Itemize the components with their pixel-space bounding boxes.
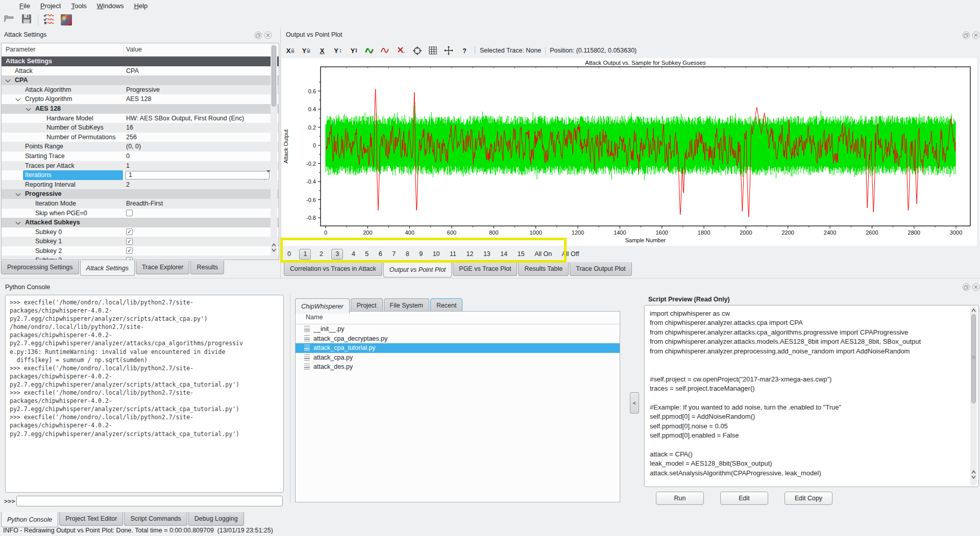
- param-row-hardware-model[interactable]: Hardware ModelHW: AES SBox Output, First…: [2, 114, 279, 123]
- checkbox-checked[interactable]: ✓: [126, 238, 133, 245]
- y-manual-icon[interactable]: YI: [348, 45, 359, 56]
- crosshair-icon[interactable]: [411, 45, 423, 56]
- tab-chipwhisperer[interactable]: ChipWhisperer: [295, 298, 350, 314]
- tab-file-system[interactable]: File System: [384, 298, 429, 312]
- dock-splitter-horizontal[interactable]: [0, 278, 980, 278]
- subkey-button-0[interactable]: 0: [286, 250, 292, 258]
- trace-manager-button[interactable]: [43, 13, 56, 27]
- expander-chevron-icon[interactable]: [26, 106, 31, 111]
- file-attack-cpa-py[interactable]: attack_cpa.py: [296, 353, 620, 363]
- x-full-range-icon[interactable]: X: [316, 45, 328, 56]
- param-row-skip-when-pge-0[interactable]: Skip when PGE=0: [2, 209, 279, 218]
- subkey-button-8[interactable]: 8: [404, 250, 411, 258]
- tab-results-table[interactable]: Results Table: [518, 262, 569, 276]
- y-fit-icon[interactable]: Y↕: [332, 45, 344, 56]
- param-row-starting-trace[interactable]: Starting Trace0: [2, 151, 279, 161]
- file-init-py[interactable]: __init__.py: [296, 324, 620, 334]
- param-row-crypto-algorithm[interactable]: Crypto AlgorithmAES 128: [2, 94, 279, 104]
- scroll-up-icon[interactable]: [971, 470, 976, 474]
- tab-output-vs-point-plot[interactable]: Output vs Point Plot: [383, 262, 452, 277]
- script-scroll-up[interactable]: [971, 309, 976, 312]
- param-row-traces-per-attack[interactable]: Traces per Attack1: [2, 161, 279, 171]
- param-row-reporting-interval[interactable]: Reporting Interval2: [2, 180, 279, 190]
- menu-help[interactable]: Help: [129, 1, 153, 11]
- tab-python-console[interactable]: Python Console: [1, 512, 58, 527]
- subkey-button-4[interactable]: 4: [350, 250, 357, 258]
- subkey-button-7[interactable]: 7: [390, 250, 397, 258]
- column-separator[interactable]: [124, 45, 124, 55]
- subkey-button-5[interactable]: 5: [363, 250, 370, 258]
- subkey-button-3[interactable]: 3: [331, 249, 343, 260]
- float-dock-icon[interactable]: [254, 31, 262, 39]
- expander-chevron-icon[interactable]: [16, 96, 21, 101]
- menu-windows[interactable]: Windows: [92, 1, 129, 11]
- param-scrollbar-thumb[interactable]: [272, 45, 276, 107]
- param-row-aes-128[interactable]: AES 128: [2, 104, 279, 114]
- expander-chevron-icon[interactable]: [16, 191, 21, 196]
- subkey-button-1[interactable]: 1: [299, 249, 311, 260]
- hide-traces-icon[interactable]: [380, 45, 391, 56]
- param-row-subkey-3[interactable]: Subkey 3✓: [2, 256, 279, 260]
- help-icon[interactable]: ?: [459, 45, 470, 56]
- clear-traces-icon[interactable]: [396, 45, 407, 56]
- close-dock-icon[interactable]: [971, 31, 980, 39]
- tab-trace-output-plot[interactable]: Trace Output Plot: [570, 262, 632, 276]
- python-console-output[interactable]: >>> execfile('/home/ondro/.local/lib/pyt…: [5, 295, 284, 493]
- param-row-subkey-2[interactable]: Subkey 2✓: [2, 246, 279, 256]
- tab-results[interactable]: Results: [190, 261, 224, 274]
- chipwhisperer-logo-button[interactable]: [60, 13, 73, 27]
- param-row-progressive[interactable]: Progressive: [2, 189, 279, 199]
- save-project-button[interactable]: [20, 13, 33, 27]
- file-attack-des-py[interactable]: attack_des.py: [296, 362, 620, 372]
- param-row-subkey-0[interactable]: Subkey 0✓: [2, 227, 279, 237]
- spin-down-icon[interactable]: [266, 170, 271, 180]
- scroll-up-icon[interactable]: [272, 243, 276, 247]
- file-attack-cpa-tutorial-py[interactable]: attack_cpa_tutorial.py: [296, 343, 620, 353]
- subkey-button-all-off[interactable]: All Off: [560, 250, 581, 258]
- script-preview[interactable]: import chipwhisperer as cwfrom chipwhisp…: [644, 305, 979, 487]
- subkey-button-12[interactable]: 12: [465, 250, 475, 258]
- menu-file[interactable]: File: [14, 1, 35, 11]
- expander-chevron-icon[interactable]: [6, 78, 11, 83]
- param-row-iterations[interactable]: Iterations1: [2, 170, 279, 180]
- param-row-attacked-subkeys[interactable]: Attacked Subkeys: [2, 218, 279, 227]
- scroll-down-icon[interactable]: [272, 248, 276, 252]
- edit-copy-button[interactable]: Edit Copy: [785, 492, 832, 505]
- scroll-up-icon[interactable]: [971, 309, 976, 312]
- collapse-panel-button[interactable]: <: [630, 392, 639, 414]
- param-row-attack-algorithm[interactable]: Attack AlgorithmProgressive: [2, 85, 279, 95]
- tab-attack-settings[interactable]: Attack Settings: [80, 261, 135, 276]
- tab-correlation-vs-traces-in-attack[interactable]: Correlation vs Traces in Attack: [284, 262, 382, 276]
- pan-icon[interactable]: [443, 45, 454, 56]
- script-scroll-arrows[interactable]: [971, 470, 976, 479]
- checkbox-unchecked[interactable]: [126, 210, 133, 216]
- subkey-button-11[interactable]: 11: [448, 250, 458, 258]
- param-row-number-of-subkeys[interactable]: Number of SubKeys16: [2, 123, 279, 133]
- checkbox-checked[interactable]: ✓: [126, 257, 133, 260]
- grid-icon[interactable]: [427, 45, 438, 56]
- tab-project-text-editor[interactable]: Project Text Editor: [59, 512, 123, 526]
- show-traces-icon[interactable]: [364, 45, 375, 56]
- param-row-iteration-mode[interactable]: Iteration ModeBreadth-First: [2, 199, 279, 209]
- param-row-attack[interactable]: AttackCPA: [2, 66, 279, 76]
- tab-preprocessing-settings[interactable]: Preprocessing Settings: [1, 261, 79, 274]
- tab-pge-vs-trace-plot[interactable]: PGE vs Trace Plot: [453, 262, 517, 276]
- float-dock-icon[interactable]: [962, 283, 970, 291]
- subkey-button-9[interactable]: 9: [418, 250, 424, 258]
- checkbox-checked[interactable]: ✓: [126, 228, 133, 235]
- menu-tools[interactable]: Tools: [66, 1, 91, 11]
- tab-project[interactable]: Project: [351, 298, 383, 312]
- tab-trace-explorer[interactable]: Trace Explorer: [136, 261, 190, 274]
- param-row-subkey-1[interactable]: Subkey 1✓: [2, 237, 279, 246]
- file-attack-cpa-decryptaes-py[interactable]: attack_cpa_decryptaes.py: [296, 334, 620, 344]
- subkey-button-14[interactable]: 14: [499, 250, 509, 258]
- dock-splitter-vertical[interactable]: [280, 28, 281, 278]
- expander-chevron-icon[interactable]: [16, 220, 21, 225]
- tab-debug-logging[interactable]: Debug Logging: [188, 512, 244, 526]
- console-splitter[interactable]: [290, 295, 290, 502]
- subkey-button-13[interactable]: 13: [482, 250, 492, 258]
- tab-script-commands[interactable]: Script Commands: [124, 512, 187, 526]
- tab-recent[interactable]: Recent: [430, 298, 463, 313]
- subkey-button-6[interactable]: 6: [377, 250, 384, 258]
- y-autoscale-lock-icon[interactable]: Y: [301, 45, 312, 56]
